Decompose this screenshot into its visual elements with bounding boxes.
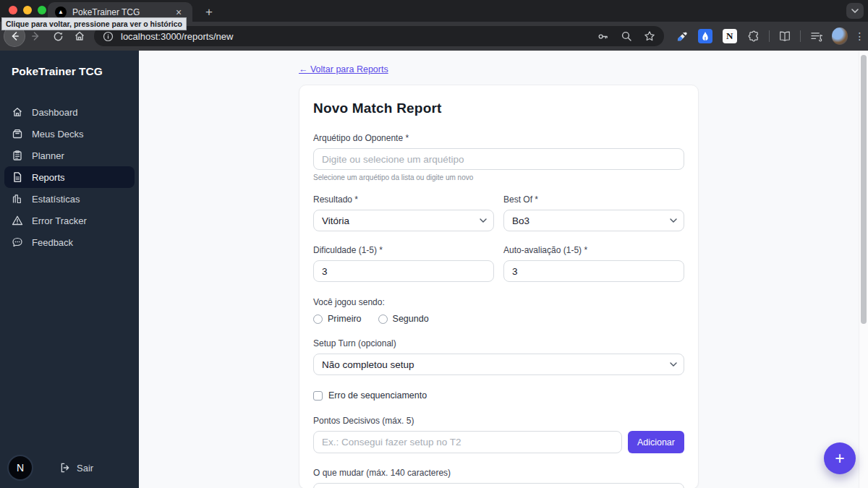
result-value: Vitória bbox=[322, 215, 349, 226]
difficulty-input[interactable] bbox=[313, 260, 494, 282]
decisive-points-field-group: Pontos Decisivos (máx. 5) Adicionar bbox=[313, 416, 684, 453]
page-content: PokeTrainer TCG DashboardMeus DecksPlann… bbox=[0, 51, 868, 488]
notion-extension-icon[interactable]: N bbox=[721, 27, 739, 46]
scrollbar-thumb[interactable] bbox=[861, 55, 867, 324]
password-key-icon[interactable] bbox=[597, 30, 609, 43]
deck-box-icon bbox=[12, 128, 23, 140]
decisive-points-input[interactable] bbox=[313, 431, 622, 453]
browser-menu-kebab-icon[interactable]: ⋮ bbox=[854, 30, 865, 42]
add-point-button[interactable]: Adicionar bbox=[628, 431, 684, 453]
media-playlist-icon[interactable] bbox=[807, 27, 825, 46]
back-button-tooltip: Clique para voltar, pressione para ver o… bbox=[1, 17, 187, 30]
sidebar-nav: DashboardMeus DecksPlannerReportsEstatís… bbox=[0, 101, 139, 253]
password-manager-extension-icon[interactable] bbox=[697, 27, 714, 46]
url-text[interactable]: localhost:3000/reports/new bbox=[121, 31, 585, 42]
app-title: PokeTrainer TCG bbox=[0, 51, 139, 78]
site-info-icon[interactable] bbox=[103, 31, 114, 42]
bookmark-star-icon[interactable] bbox=[644, 30, 655, 42]
close-window-button[interactable] bbox=[9, 6, 17, 14]
new-tab-button[interactable]: + bbox=[200, 3, 218, 22]
setup-turn-select[interactable]: Não completou setup bbox=[313, 354, 684, 375]
sidebar-item-planner[interactable]: Planner bbox=[4, 145, 135, 166]
home-icon bbox=[12, 106, 23, 118]
zoom-magnifier-icon[interactable] bbox=[621, 30, 632, 42]
window-controls bbox=[9, 6, 46, 14]
what-to-change-label: O que mudar (máx. 140 caracteres) bbox=[313, 468, 684, 478]
archetype-label: Arquétipo do Oponente * bbox=[313, 133, 684, 143]
radio-second-circle[interactable] bbox=[378, 314, 388, 324]
setup-turn-field-group: Setup Turn (opcional) Não completou setu… bbox=[313, 338, 684, 375]
bestof-label: Best Of * bbox=[503, 194, 684, 205]
result-field-group: Resultado * Vitória bbox=[313, 194, 494, 231]
radio-first-circle[interactable] bbox=[313, 314, 323, 324]
radio-second-label: Segundo bbox=[393, 314, 429, 324]
home-icon bbox=[74, 30, 85, 42]
bestof-value: Bo3 bbox=[512, 215, 529, 226]
bestof-select[interactable]: Bo3 bbox=[503, 210, 684, 231]
chat-icon bbox=[12, 236, 23, 248]
logout-label: Sair bbox=[77, 463, 93, 474]
screen: ▲ PokeTrainer TCG × + Clique para voltar… bbox=[0, 0, 868, 488]
bar-chart-icon bbox=[12, 193, 23, 205]
played-as-label: Você jogou sendo: bbox=[313, 297, 684, 307]
sidebar-item-label: Meus Decks bbox=[32, 129, 84, 140]
tab-search-button[interactable] bbox=[846, 3, 864, 19]
difficulty-field-group: Dificuldade (1-5) * bbox=[313, 245, 494, 282]
sidebar-item-label: Planner bbox=[32, 150, 64, 161]
page-scrollbar[interactable] bbox=[859, 51, 868, 488]
chevron-down-icon bbox=[670, 362, 677, 367]
sidebar-item-label: Error Tracker bbox=[32, 215, 87, 226]
extensions-puzzle-icon[interactable] bbox=[745, 27, 762, 46]
tab-close-icon[interactable]: × bbox=[172, 6, 185, 19]
chevron-down-icon bbox=[670, 218, 677, 223]
difficulty-label: Dificuldade (1-5) * bbox=[313, 245, 494, 255]
minimize-window-button[interactable] bbox=[23, 6, 32, 14]
setup-turn-label: Setup Turn (opcional) bbox=[313, 338, 684, 348]
sidebar-item-error-tracker[interactable]: Error Tracker bbox=[4, 210, 135, 231]
sidebar-item-feedback[interactable]: Feedback bbox=[4, 231, 135, 253]
sidebar: PokeTrainer TCG DashboardMeus DecksPlann… bbox=[0, 51, 139, 488]
toolbar-divider bbox=[800, 30, 801, 42]
back-to-reports-link[interactable]: ← Voltar para Reports bbox=[299, 64, 388, 74]
maximize-window-button[interactable] bbox=[38, 6, 46, 14]
add-report-fab[interactable]: + bbox=[824, 442, 856, 474]
result-label: Resultado * bbox=[313, 194, 494, 205]
selfrating-field-group: Auto-avaliação (1-5) * bbox=[503, 245, 684, 282]
sidebar-item-label: Dashboard bbox=[32, 107, 78, 118]
result-select[interactable]: Vitória bbox=[313, 210, 494, 231]
chevron-down-icon bbox=[480, 218, 487, 223]
sidebar-item-reports[interactable]: Reports bbox=[4, 166, 135, 188]
back-arrow-icon bbox=[9, 30, 20, 42]
sequencing-error-label: Erro de sequenciamento bbox=[328, 390, 427, 401]
selfrating-input[interactable] bbox=[503, 260, 684, 282]
sidebar-item-estat-sticas[interactable]: Estatísticas bbox=[4, 188, 135, 210]
archetype-helper-text: Selecione um arquétipo da lista ou digit… bbox=[313, 174, 684, 181]
notion-n-glyph: N bbox=[723, 29, 737, 43]
user-avatar[interactable]: N bbox=[9, 456, 32, 479]
reload-icon bbox=[53, 31, 64, 42]
played-as-field-group: Você jogou sendo: Primeiro Segundo bbox=[313, 297, 684, 324]
setup-turn-value: Não completou setup bbox=[322, 359, 414, 370]
radio-first[interactable]: Primeiro bbox=[313, 314, 362, 324]
sequencing-error-checkbox[interactable] bbox=[313, 391, 323, 401]
sidebar-item-dashboard[interactable]: Dashboard bbox=[4, 101, 135, 123]
selfrating-label: Auto-avaliação (1-5) * bbox=[503, 245, 684, 255]
sidebar-item-label: Reports bbox=[32, 172, 65, 183]
archetype-input[interactable] bbox=[313, 148, 684, 170]
tab-title: PokeTrainer TCG bbox=[72, 7, 172, 17]
document-icon bbox=[12, 171, 23, 183]
archetype-field-group: Arquétipo do Oponente * Selecione um arq… bbox=[313, 133, 684, 181]
what-to-change-input[interactable] bbox=[313, 483, 684, 488]
tab-favicon-vercel-icon: ▲ bbox=[55, 7, 67, 18]
sidebar-item-meus-decks[interactable]: Meus Decks bbox=[4, 123, 135, 145]
what-to-change-field-group: O que mudar (máx. 140 caracteres) bbox=[313, 468, 684, 488]
logout-button[interactable]: Sair bbox=[60, 463, 93, 474]
extensions-row: N ⋮ bbox=[673, 26, 865, 46]
radio-second[interactable]: Segundo bbox=[378, 314, 429, 324]
forward-arrow-icon bbox=[30, 30, 42, 42]
browser-profile-avatar[interactable] bbox=[832, 27, 848, 45]
decisive-points-label: Pontos Decisivos (máx. 5) bbox=[313, 416, 684, 426]
reading-list-book-icon[interactable] bbox=[776, 27, 793, 46]
eyedropper-extension-icon[interactable] bbox=[673, 27, 690, 46]
sequencing-error-checkbox-row[interactable]: Erro de sequenciamento bbox=[313, 390, 684, 401]
